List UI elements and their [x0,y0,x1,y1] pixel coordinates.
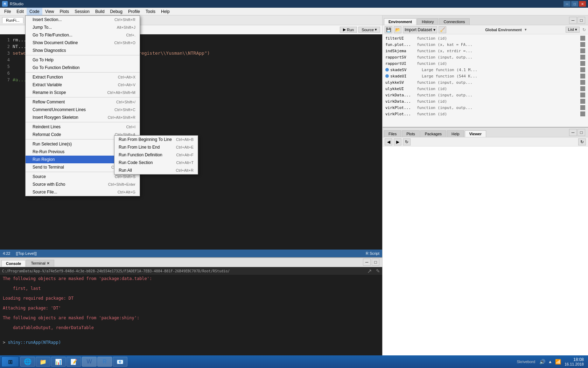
tab-plots[interactable]: Plots [402,130,419,137]
submenu-run-beginning[interactable]: Run From Beginning To Line Ctrl+Alt+B [114,136,198,143]
menu-build[interactable]: Build [92,8,107,15]
start-button[interactable]: ⊞ [1,356,19,367]
run-button[interactable]: ▶ Run [340,27,357,33]
env-refresh-icon[interactable]: ↻ [582,27,586,32]
tab-help[interactable]: Help [447,130,464,137]
viewer-back-btn[interactable]: ◀ [385,138,392,145]
menu-goto-file[interactable]: Go To File/Function... Ctrl+. [26,31,140,39]
console-nav-icon[interactable]: ↗ [367,268,372,274]
tab-connections[interactable]: Connections [439,18,469,25]
env-row-rapportsv[interactable]: rapportSV function (input, outp... [383,54,588,60]
env-row-rapportui[interactable]: rapportUI function (id) [383,60,588,67]
menu-show-outline[interactable]: Show Document Outline Ctrl+Shift+O [26,39,140,47]
menu-source-file[interactable]: Source File... Ctrl+Alt+G [26,188,140,196]
taskbar: ⊞ 🌐 📁 📊 📝 W R 📧 Skrivebord � [0,355,588,368]
env-maximize-btn[interactable]: □ [578,17,585,24]
env-selector-icon[interactable]: ▾ [525,27,527,32]
submenu-run-funcdef[interactable]: Run Function Definition Ctrl+Alt+F [114,151,198,159]
menu-goto-help[interactable]: Go To Help [26,56,140,64]
menu-profile[interactable]: Profile [125,8,143,15]
taskbar-powerpoint[interactable]: 📝 [66,357,81,367]
taskbar-r[interactable]: R [97,357,112,367]
env-item-icon [580,55,585,60]
tab-environment[interactable]: Environment [384,18,416,25]
taskbar-excel[interactable]: 📊 [51,357,66,367]
env-row-virkplot1[interactable]: virkPlot... function (input, outp... [383,104,588,111]
menu-code[interactable]: Code [27,8,42,15]
env-minimize-btn[interactable]: ─ [569,17,577,24]
console-minimize-btn[interactable]: ─ [363,259,371,266]
run-region-submenu[interactable]: Run From Beginning To Line Ctrl+Alt+B Ru… [114,135,198,175]
env-row-indskjema[interactable]: indSkjema function (x, ntrdir =... [383,48,588,54]
env-item-icon [580,86,585,91]
menu-insert-roxygen[interactable]: Insert Roxygen Skeleton Ctrl+Alt+Shift+R [26,114,140,121]
menu-reflow-comment[interactable]: Reflow Comment Ctrl+Shift+/ [26,98,140,106]
source-button[interactable]: Source ▾ [358,27,380,33]
tab-console[interactable]: Console [1,260,26,267]
title-bar-controls: ─ □ ✕ [564,1,586,7]
tab-files[interactable]: Files [384,130,401,137]
taskbar-explorer[interactable]: 📁 [36,357,50,367]
env-row-virkplot2[interactable]: virkPlot... function (id) [383,111,588,117]
env-row-virkdata2[interactable]: virkData... function (id) [383,98,588,104]
menu-rename-scope[interactable]: Rename in Scope Ctrl+Alt+Shift+M [26,89,140,96]
env-row-virkdata1[interactable]: virkData... function (input, outp... [383,92,588,98]
minimize-button[interactable]: ─ [564,1,570,7]
menu-insert-section[interactable]: Insert Section... Ctrl+Shift+R [26,16,140,23]
env-broom-btn[interactable]: 🧹 [439,26,446,33]
close-button[interactable]: ✕ [579,1,586,7]
env-row-funplot[interactable]: fun.plot... function (x, kat = FA... [383,41,588,48]
menu-tools[interactable]: Tools [143,8,158,15]
console-spacer-4 [3,320,379,325]
menu-view[interactable]: View [42,8,57,15]
console-clear-icon[interactable]: ✎ [376,268,380,274]
menu-extract-variable[interactable]: Extract Variable Ctrl+Alt+V [26,81,140,89]
console-content[interactable]: The following objects are masked from 'p… [0,275,382,355]
env-row-ulykkeui[interactable]: ulykkeUI function (id) [383,86,588,92]
viewer-refresh2-btn[interactable]: ↻ [578,138,586,145]
menu-show-diagnostics[interactable]: Show Diagnostics [26,47,140,54]
submenu-run-section[interactable]: Run Code Section Ctrl+Alt+T [114,159,198,166]
speaker-icon: 🔊 [539,359,545,364]
r-icon: R [103,359,107,365]
menu-debug[interactable]: Debug [107,8,125,15]
menu-plots[interactable]: Plots [57,8,72,15]
menu-session[interactable]: Session [72,8,92,15]
menu-help[interactable]: Help [158,8,173,15]
menu-jump-to[interactable]: Jump To... Alt+Shift+J [26,23,140,31]
files-minimize-btn[interactable]: ─ [569,129,577,136]
env-save-btn[interactable]: 💾 [385,26,392,33]
console-maximize-btn[interactable]: □ [372,259,379,266]
menu-source-echo[interactable]: Source with Echo Ctrl+Shift+Enter [26,180,140,188]
menu-file[interactable]: File [1,8,14,15]
env-row-skadesv[interactable]: skadeSV Large function (4.1 M... [383,67,588,73]
menu-goto-funcdef[interactable]: Go To Function Definition [26,64,140,71]
taskbar-word[interactable]: W [82,357,97,367]
editor-tab-runfi[interactable]: RunFi... [2,17,23,23]
menu-extract-function[interactable]: Extract Function Ctrl+Alt+X [26,73,140,81]
menu-reindent[interactable]: Reindent Lines Ctrl+I [26,123,140,131]
taskbar-ie[interactable]: 🌐 [20,357,35,367]
viewer-refresh-btn[interactable]: ↻ [403,138,411,145]
files-maximize-btn[interactable]: □ [578,129,585,136]
env-load-btn[interactable]: 📂 [394,26,401,33]
menu-edit[interactable]: Edit [14,8,27,15]
env-item-icon [580,36,585,41]
env-import-icon[interactable]: Import Dataset ▾ [403,26,437,33]
env-row-ulykkesv[interactable]: ulykkeSV function (input, outp... [383,79,588,86]
env-row-skadeui[interactable]: skadeUI Large function (544 K... [383,73,588,79]
submenu-run-end[interactable]: Run From Line to End Ctrl+Alt+E [114,143,198,151]
env-row-filterui[interactable]: filterUI function (id) [383,35,588,41]
other-icon: 📧 [117,359,124,365]
tab-history[interactable]: History [417,18,438,25]
taskbar-other[interactable]: 📧 [113,357,127,367]
viewer-forward-btn[interactable]: ▶ [394,138,401,145]
menu-comment-lines[interactable]: Comment/Uncomment Lines Ctrl+Shift+C [26,106,140,114]
tab-packages[interactable]: Packages [420,130,446,137]
maximize-button[interactable]: □ [571,1,578,7]
list-button[interactable]: List ▾ [566,27,580,33]
submenu-run-all[interactable]: Run All Ctrl+Alt+R [114,166,198,174]
tab-terminal[interactable]: Terminal ✕ [26,260,54,267]
source-dropdown-icon[interactable]: ▾ [375,27,377,32]
tab-viewer[interactable]: Viewer [465,130,486,137]
